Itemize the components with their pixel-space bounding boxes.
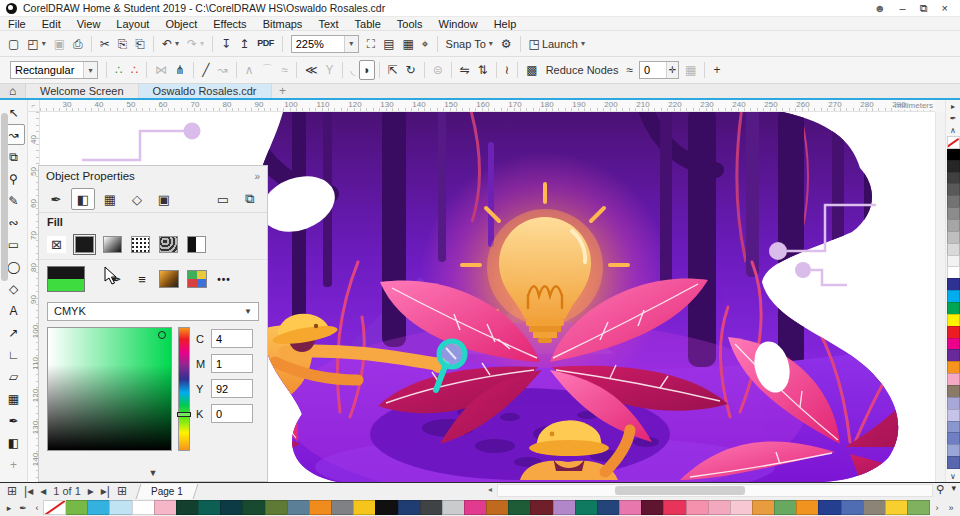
menu-file[interactable]: File <box>0 17 34 31</box>
color-swatch[interactable] <box>242 500 265 515</box>
welcome-home-icon[interactable]: ⌂ <box>0 84 26 98</box>
options-button[interactable]: ⚙ <box>497 34 516 54</box>
doc-palette-more-icon[interactable]: » <box>944 503 958 513</box>
zoom-level-input[interactable] <box>292 36 344 52</box>
close-curve-button[interactable]: ◗ <box>359 60 374 80</box>
transparency-tool[interactable]: ▦ <box>3 388 25 409</box>
color-swatch[interactable] <box>796 500 819 515</box>
color-swatch[interactable] <box>641 500 664 515</box>
color-swatch[interactable] <box>265 500 288 515</box>
palette-eyedropper-icon[interactable]: ✒ <box>947 112 960 124</box>
color-swatch[interactable] <box>65 500 88 515</box>
full-screen-preview-button[interactable]: ⛶ <box>363 34 379 54</box>
doc-palette-scroll-right-icon[interactable]: › <box>930 503 944 513</box>
add-page-start-button[interactable]: ⊞ <box>4 484 20 499</box>
color-swatch[interactable] <box>947 456 960 469</box>
menu-window[interactable]: Window <box>431 17 486 31</box>
horizontal-scrollbar[interactable] <box>497 484 933 497</box>
color-eyedropper-icon[interactable]: ✒ <box>107 269 125 289</box>
print-button[interactable]: ⎙ <box>69 34 87 54</box>
palette-collapse-icon[interactable]: ▾ <box>951 483 956 493</box>
rotate-nodes-button[interactable]: ↻ <box>402 60 420 80</box>
color-swatch[interactable] <box>730 500 753 515</box>
color-swatch[interactable] <box>87 500 110 515</box>
horizontal-scrollbar-thumb[interactable] <box>615 486 745 495</box>
color-swatch[interactable] <box>132 500 155 515</box>
menu-help[interactable]: Help <box>486 17 525 31</box>
new-document-button[interactable]: ▢ <box>4 34 23 54</box>
color-swatch[interactable] <box>353 500 376 515</box>
reflect-horizontally-button[interactable]: ⇋ <box>456 60 474 80</box>
zoom-level-combo[interactable]: ▾ <box>291 35 359 53</box>
drop-shadow-tool[interactable]: ▱ <box>3 366 25 387</box>
import-button[interactable]: ↧ <box>217 34 235 54</box>
color-swatch[interactable] <box>398 500 421 515</box>
add-nodes-button[interactable]: ∴ <box>111 60 127 80</box>
show-grid-button[interactable]: ▦ <box>398 34 417 54</box>
doc-palette-flyout-icon[interactable]: ▸ <box>2 503 16 513</box>
color-swatch[interactable] <box>442 500 465 515</box>
color-swatch[interactable] <box>287 500 310 515</box>
bitmap-tab[interactable]: ▣ <box>152 188 176 210</box>
menu-text[interactable]: Text <box>310 17 346 31</box>
docker-scroll-down-button[interactable]: ▼ <box>39 457 267 481</box>
convert-to-line-button[interactable]: ╱ <box>198 60 213 80</box>
interactive-fill-tool[interactable]: ◧ <box>3 432 25 453</box>
polygon-tool[interactable]: ◇ <box>3 278 25 299</box>
shape-mode-input[interactable] <box>11 62 83 78</box>
color-swatch[interactable] <box>619 500 642 515</box>
transparency-tab[interactable]: ▦ <box>98 188 122 210</box>
cut-button[interactable]: ✂ <box>96 34 114 54</box>
menu-edit[interactable]: Edit <box>34 17 69 31</box>
cmyk-k-input[interactable] <box>211 404 253 423</box>
color-swatch[interactable] <box>907 500 930 515</box>
menu-view[interactable]: View <box>69 17 109 31</box>
color-swatch[interactable] <box>331 500 354 515</box>
copy-button[interactable]: ⎘ <box>114 34 132 54</box>
stepper-icon[interactable]: ✛ <box>666 62 678 78</box>
paste-button[interactable]: ⎗ <box>131 34 149 54</box>
two-color-fill-button[interactable] <box>187 236 206 253</box>
menu-tools[interactable]: Tools <box>389 17 431 31</box>
color-swatch[interactable] <box>309 500 332 515</box>
export-button[interactable]: ↥ <box>235 34 253 54</box>
current-fill-swatch[interactable] <box>47 266 85 292</box>
menu-effects[interactable]: Effects <box>205 17 254 31</box>
curve-smoothness-icon[interactable]: ≈ <box>622 60 637 80</box>
color-swatch[interactable] <box>774 500 797 515</box>
cmyk-y-input[interactable] <box>211 379 253 398</box>
doc-palette-eyedropper-icon[interactable]: ✒ <box>16 503 30 513</box>
color-swatch[interactable] <box>597 500 620 515</box>
color-swatch[interactable] <box>553 500 576 515</box>
vertical-scrollbar[interactable] <box>935 112 945 482</box>
customize-toolbar-button[interactable]: + <box>709 60 724 80</box>
add-page-end-button[interactable]: ⊞ <box>114 484 130 499</box>
fountain-fill-button[interactable] <box>103 236 122 253</box>
color-swatch[interactable] <box>863 500 886 515</box>
reduce-nodes-button[interactable]: Reduce Nodes <box>542 60 623 80</box>
color-swatch[interactable] <box>530 500 553 515</box>
dimension-tool[interactable]: ↗ <box>3 322 25 343</box>
break-nodes-button[interactable]: ⋔ <box>171 60 189 80</box>
shape-mode-combo[interactable]: ▾ <box>10 61 98 79</box>
curve-smoothness-spinner[interactable]: ✛ <box>639 61 679 79</box>
menu-layout[interactable]: Layout <box>108 17 157 31</box>
chevron-down-icon[interactable]: ▾ <box>344 36 358 52</box>
color-palette-swatch-icon[interactable] <box>159 270 179 288</box>
color-swatch[interactable] <box>663 500 686 515</box>
delete-nodes-button[interactable]: ∴ <box>127 60 143 80</box>
color-swatch[interactable] <box>818 500 841 515</box>
palette-flyout-icon[interactable]: ▸ <box>947 100 960 112</box>
tab-oswaldo-rosales[interactable]: Oswaldo Rosales.cdr <box>139 84 272 98</box>
color-swatch[interactable] <box>486 500 509 515</box>
color-selection-ring[interactable] <box>158 331 166 339</box>
curve-smoothness-input[interactable] <box>640 62 666 78</box>
palette-scroll-up-icon[interactable]: ∧ <box>947 124 960 136</box>
color-swatch[interactable] <box>43 500 66 515</box>
fill-tab[interactable]: ◧ <box>71 188 95 210</box>
cmyk-m-input[interactable] <box>211 354 253 373</box>
color-swatch[interactable] <box>841 500 864 515</box>
menu-object[interactable]: Object <box>157 17 205 31</box>
more-color-options-button[interactable]: ••• <box>215 269 233 289</box>
previous-page-button[interactable]: ◂ <box>37 484 49 499</box>
